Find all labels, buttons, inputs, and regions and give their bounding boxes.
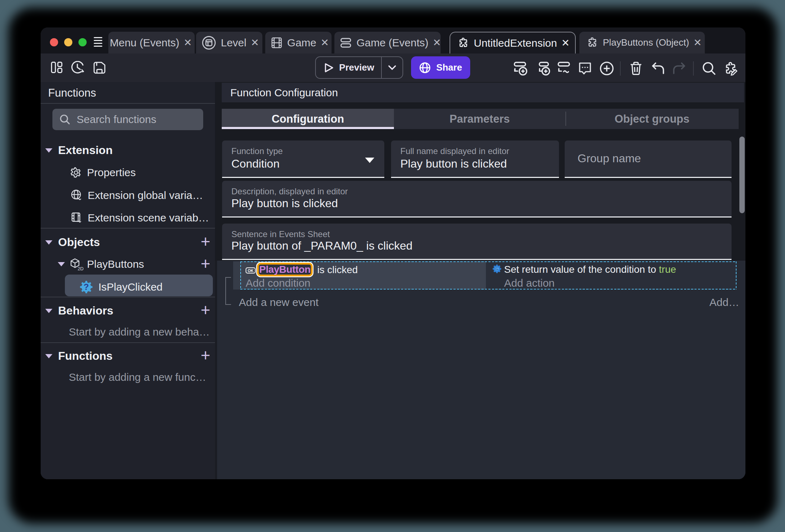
svg-text:G: G	[496, 267, 498, 271]
svg-text:2D: 2D	[78, 266, 83, 271]
svg-text:?: ?	[84, 282, 89, 292]
